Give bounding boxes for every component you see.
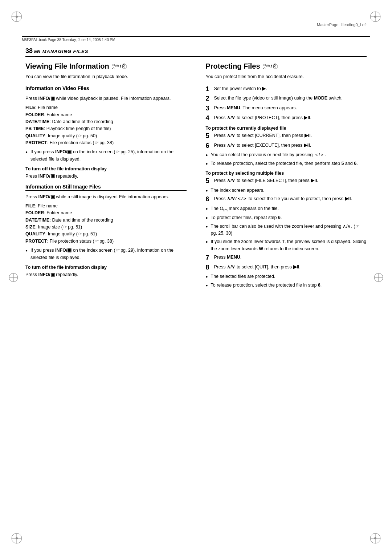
- video-bullet: If you press INFO/▣ on the index screen …: [25, 149, 187, 163]
- svg-point-35: [274, 65, 276, 67]
- left-section-title: Viewing File Information /: [25, 62, 187, 70]
- video-fields: FILE: File name FOLDER: Folder name DATE…: [25, 104, 187, 146]
- bullet-release-current: To release protection, select the protec…: [206, 160, 367, 167]
- still-bullet: If you press INFO/▣ on the index screen …: [25, 247, 187, 261]
- svg-point-22: [113, 64, 114, 66]
- svg-line-32: [269, 65, 270, 65]
- step-6: 6 Press ∧/∨ to select [EXECUTE], then pr…: [206, 142, 367, 150]
- step-5: 5 Press ∧/∨ to select [CURRENT], then pr…: [206, 132, 367, 140]
- video-turnoff-heading: To turn off the file information display: [25, 166, 187, 171]
- svg-point-3: [16, 16, 18, 18]
- svg-rect-27: [124, 64, 125, 65]
- step-7: 7 Press MENU.: [206, 254, 367, 262]
- bullet-repeat-step6: To protect other files, repeat step 6.: [206, 214, 367, 221]
- right-intro: You can protect files from the accidenta…: [206, 73, 367, 80]
- video-sub-heading: Information on Video Files: [25, 85, 187, 92]
- corner-mark-tr: [369, 10, 382, 23]
- bullet-index-appears: The index screen appears.: [206, 187, 367, 194]
- svg-point-28: [124, 65, 125, 67]
- svg-point-11: [16, 537, 18, 539]
- two-column-layout: Viewing File Information /: [25, 62, 367, 290]
- right-section-title: Protecting Files /: [206, 62, 367, 70]
- still-turnoff-heading: To turn off the file information display: [25, 265, 187, 270]
- bullet-otm-mark: The Otm mark appears on the file.: [206, 205, 367, 213]
- svg-point-31: [268, 65, 269, 66]
- bullet-files-protected: The selected files are protected.: [206, 273, 367, 280]
- left-column: Viewing File Information /: [25, 62, 194, 290]
- still-sub-heading: Information on Still Image Files: [25, 184, 187, 191]
- step-3: 3 Press MENU. The menu screen appears.: [206, 105, 367, 113]
- reg-mark-right: [373, 272, 384, 283]
- bullet-scroll-bar: The scroll bar can also be used with the…: [206, 223, 367, 237]
- still-turnoff-body: Press INFO/▣ repeatedly.: [25, 271, 187, 278]
- step-6b: 6 Press ∧/∨/＜/＞ to select the file you w…: [206, 195, 367, 203]
- sub-current-heading: To protect the currently displayed file: [206, 126, 367, 131]
- page-section-title: MANAGING FILES: [42, 49, 89, 54]
- bullet-release-multiple: To release protection, select the protec…: [206, 282, 367, 289]
- bullet-prev-next: You can select the previous or next file…: [206, 151, 367, 158]
- master-page-label: MasterPage: Heading0_Left: [317, 23, 367, 27]
- step-1: 1 Set the power switch to ▶.: [206, 85, 367, 93]
- step-8: 8 Press ∧/∨ to select [QUIT], then press…: [206, 264, 367, 272]
- still-fields: FILE: File name FOLDER: Folder name DATE…: [25, 203, 187, 245]
- print-line: M5E3PAL.book Page 38 Tuesday, June 14, 2…: [22, 36, 370, 42]
- svg-point-15: [374, 537, 376, 539]
- left-section-icon: /: [112, 64, 128, 69]
- sub-multiple-heading: To protect by selecting multiple files: [206, 171, 367, 176]
- svg-rect-34: [274, 64, 276, 65]
- right-column: Protecting Files /: [204, 62, 367, 290]
- svg-point-29: [264, 64, 265, 66]
- left-intro: You can view the file information in pla…: [25, 73, 187, 80]
- svg-point-7: [374, 16, 376, 18]
- bullet-zoom-lever: If you slide the zoom lever towards T, t…: [206, 238, 367, 252]
- page-content: 38 EN MANAGING FILES Viewing File Inform…: [25, 47, 367, 526]
- right-section-icon: /: [263, 64, 279, 69]
- page-number: 38: [25, 47, 33, 55]
- step-2: 2 Select the file type (video or still i…: [206, 95, 367, 103]
- step-5b: 5 Press ∧/∨ to select [FILE SELECT], the…: [206, 177, 367, 185]
- corner-mark-bl: [10, 532, 23, 545]
- still-intro-text: Press INFO/▣ while a still image is disp…: [25, 194, 187, 200]
- step-4: 4 Press ∧/∨ to select [PROTECT], then pr…: [206, 114, 367, 122]
- page-header: 38 EN MANAGING FILES: [25, 47, 367, 57]
- page-lang: EN: [34, 49, 40, 54]
- video-turnoff-body: Press INFO/▣ repeatedly.: [25, 173, 187, 180]
- corner-mark-tl: [10, 10, 23, 23]
- video-intro-text: Press INFO/▣ while video playback is pau…: [25, 95, 187, 102]
- corner-mark-br: [369, 532, 382, 545]
- svg-line-25: [118, 65, 119, 65]
- reg-mark-left: [8, 272, 19, 283]
- svg-point-24: [117, 65, 118, 66]
